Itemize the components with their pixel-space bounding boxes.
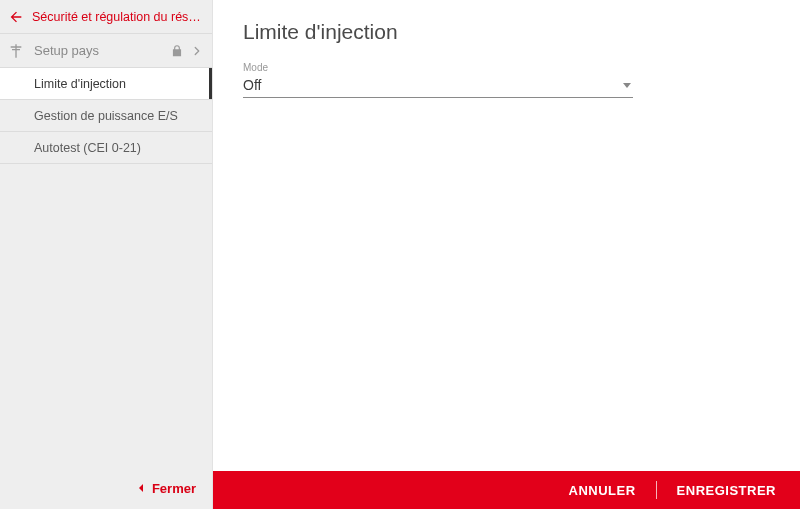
save-button[interactable]: ENREGISTRER (671, 479, 782, 502)
action-bar: ANNULER ENREGISTRER (213, 471, 800, 509)
cancel-button[interactable]: ANNULER (563, 479, 642, 502)
sidebar-list: Limite d'injection Gestion de puissance … (0, 68, 212, 164)
sidebar-top-setup-pays[interactable]: Setup pays (0, 34, 212, 68)
dropdown-icon (623, 83, 631, 88)
sidebar-item-label: Limite d'injection (34, 77, 126, 91)
arrow-left-icon (8, 9, 24, 25)
sidebar-item-label: Autotest (CEI 0-21) (34, 141, 141, 155)
mode-select[interactable]: Off (243, 75, 633, 98)
sidebar-item-gestion-puissance[interactable]: Gestion de puissance E/S (0, 100, 212, 132)
sidebar-top-label: Setup pays (34, 43, 170, 58)
sidebar-item-label: Gestion de puissance E/S (34, 109, 178, 123)
mode-label: Mode (243, 62, 633, 73)
sidebar-item-autotest[interactable]: Autotest (CEI 0-21) (0, 132, 212, 164)
mode-field: Mode Off (243, 62, 633, 98)
main: Limite d'injection Mode Off ANNULER ENRE… (213, 0, 800, 509)
action-divider (656, 481, 657, 499)
page-title: Limite d'injection (243, 20, 770, 44)
mode-value: Off (243, 77, 261, 93)
caret-left-icon (136, 483, 146, 493)
chevron-right-icon (190, 44, 204, 58)
sidebar-item-limite-injection[interactable]: Limite d'injection (0, 68, 212, 100)
sidebar: Sécurité et régulation du réseau Setup p… (0, 0, 213, 509)
lock-icon (170, 44, 184, 58)
sidebar-close-button[interactable]: Fermer (0, 471, 212, 509)
utility-pole-icon (8, 43, 24, 59)
sidebar-close-label: Fermer (152, 481, 196, 496)
content: Limite d'injection Mode Off (213, 0, 800, 471)
sidebar-header-title: Sécurité et régulation du réseau (32, 10, 202, 24)
sidebar-back[interactable]: Sécurité et régulation du réseau (0, 0, 212, 34)
